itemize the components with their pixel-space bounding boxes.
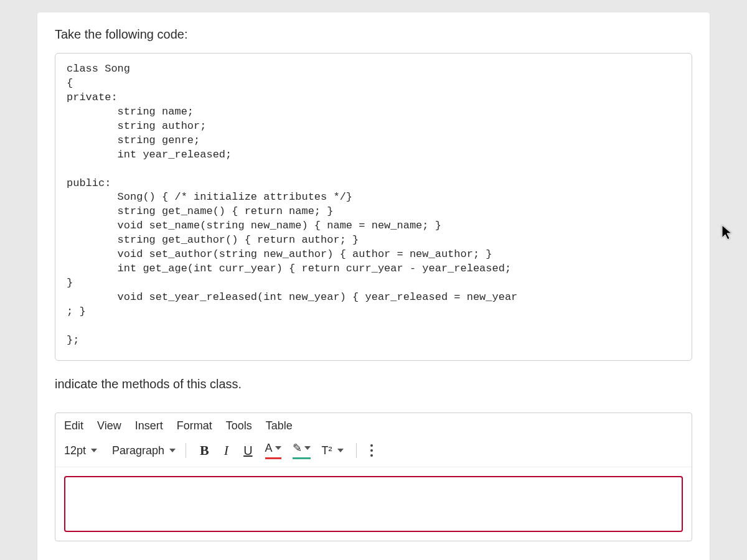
chevron-down-icon	[304, 446, 311, 450]
superscript-label: T²	[322, 444, 332, 457]
chevron-down-icon	[275, 446, 281, 450]
underline-button[interactable]: U	[240, 444, 256, 458]
italic-button[interactable]: I	[219, 442, 233, 459]
highlight-swatch	[293, 457, 311, 459]
block-format-dropdown[interactable]: Paragraph	[112, 444, 176, 457]
menu-edit[interactable]: Edit	[64, 419, 83, 432]
chevron-down-icon	[337, 449, 344, 452]
text-color-swatch	[265, 457, 281, 459]
menu-format[interactable]: Format	[177, 419, 212, 432]
editor-toolbar: 12pt Paragraph B I U A ✎	[55, 437, 692, 467]
toolbar-divider	[356, 443, 357, 458]
dot-icon	[370, 454, 373, 457]
dot-icon	[370, 444, 373, 447]
superscript-button[interactable]: T²	[319, 444, 346, 457]
dot-icon	[370, 449, 373, 452]
mouse-cursor-icon	[721, 224, 733, 244]
chevron-down-icon	[91, 449, 97, 452]
highlight-color-button[interactable]: ✎	[290, 442, 313, 459]
more-options-button[interactable]	[367, 444, 377, 457]
font-size-label: 12pt	[64, 444, 86, 457]
text-color-letter: A	[265, 442, 273, 454]
code-block: class Song { private: string name; strin…	[55, 53, 692, 361]
question-container: Take the following code: class Song { pr…	[37, 12, 710, 560]
rich-text-editor: Edit View Insert Format Tools Table 12pt…	[55, 413, 692, 541]
menu-view[interactable]: View	[97, 419, 121, 432]
block-format-label: Paragraph	[112, 444, 164, 457]
chevron-down-icon	[169, 449, 176, 452]
menu-tools[interactable]: Tools	[226, 419, 252, 432]
highlight-icon: ✎	[293, 442, 302, 454]
toolbar-divider	[186, 443, 186, 458]
text-color-button[interactable]: A	[263, 442, 284, 459]
menu-insert[interactable]: Insert	[135, 419, 163, 432]
font-size-dropdown[interactable]: 12pt	[64, 444, 97, 457]
question-instruction: indicate the methods of this class.	[55, 377, 692, 391]
editor-content-area[interactable]	[64, 476, 683, 532]
question-prompt: Take the following code:	[55, 27, 692, 42]
menu-table[interactable]: Table	[266, 419, 293, 432]
editor-menubar: Edit View Insert Format Tools Table	[55, 413, 692, 437]
bold-button[interactable]: B	[196, 442, 213, 459]
